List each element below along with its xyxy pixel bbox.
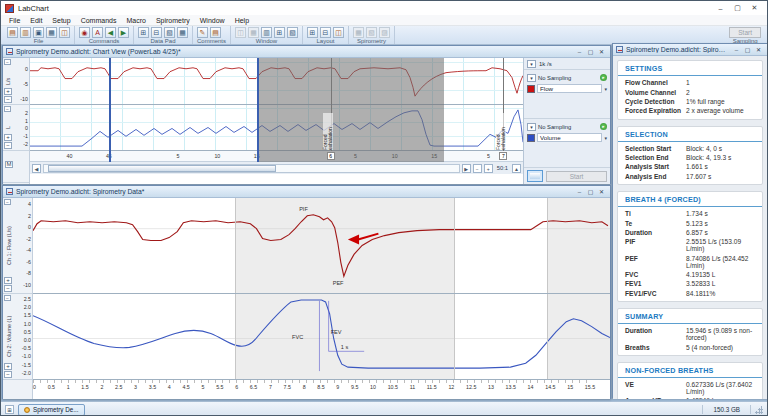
menu-item[interactable]: Window <box>195 17 230 24</box>
menu-item[interactable]: File <box>4 17 25 24</box>
spirometry-time-axis[interactable]: 00.511.522.533.544.555.566.577.588.599.5… <box>33 380 610 395</box>
datapad-view-icon[interactable]: ⊞ <box>138 27 149 38</box>
menu-item[interactable]: Edit <box>25 17 47 24</box>
zoom-out-button[interactable]: − <box>4 285 12 292</box>
channel-on-icon[interactable]: ▸ <box>600 123 607 130</box>
zoom-out-button[interactable]: − <box>4 96 12 103</box>
compress-time-icon[interactable]: − <box>473 164 482 173</box>
zoom-in-button[interactable]: + <box>4 134 12 141</box>
datapad-graph-icon[interactable]: ▦ <box>177 27 188 38</box>
channel-menu-icon[interactable]: ▾ <box>604 135 607 141</box>
layout-stack-icon[interactable]: ⊟ <box>320 27 331 38</box>
document-tab[interactable]: Spirometry De... <box>18 404 85 416</box>
fvc-label: FVC <box>292 335 303 341</box>
spirometry-volume-plot[interactable]: FVC FEV 1 s <box>33 294 610 380</box>
zoom-in-button[interactable]: + <box>4 363 12 370</box>
chart-view-maximize-button[interactable]: ▢ <box>585 47 596 56</box>
menu-item[interactable]: Help <box>230 17 254 24</box>
chart-view-minimize-button[interactable]: – <box>574 47 585 56</box>
zoom-in-button[interactable]: + <box>4 277 12 284</box>
selection-start-icon[interactable]: ◀ <box>105 27 116 38</box>
start-sampling-button[interactable]: Start <box>546 171 607 182</box>
scroll-right-icon[interactable]: ▶ <box>462 164 471 173</box>
app-maximize-button[interactable]: ▢ <box>729 2 746 14</box>
channel-on-icon[interactable]: ▸ <box>600 74 607 81</box>
flow-channel-name[interactable]: Flow <box>537 84 602 93</box>
spirometry-flow-plot[interactable]: PIF PEF <box>33 198 610 294</box>
comment-number-badge[interactable]: 6 <box>327 152 335 160</box>
scrollbar-thumb[interactable] <box>48 165 276 172</box>
window-copy-icon[interactable]: ▧ <box>287 27 298 38</box>
status-document-icon[interactable]: ⊞ <box>5 405 14 414</box>
window-chart-icon[interactable]: ⊞ <box>274 27 285 38</box>
breath-boundary-line <box>235 198 236 293</box>
range-dropdown-icon[interactable]: ▾ <box>527 123 536 131</box>
spirometry-data-icon[interactable]: ▨ <box>379 27 390 38</box>
sample-rate-label[interactable]: 1k /s <box>539 61 552 67</box>
export-icon[interactable]: ◫ <box>59 27 70 38</box>
spirometry-data-maximize-button[interactable]: ▢ <box>585 187 596 196</box>
report-maximize-button[interactable]: ▢ <box>742 45 753 54</box>
zoom-out-button[interactable]: − <box>4 142 12 149</box>
spirometry-plot-area[interactable]: PIF PEF <box>33 198 610 399</box>
report-row-label: FEV1/FVC <box>625 290 686 297</box>
spirometry-data-titlebar[interactable]: Spirometry Demo.adicht: Spirometry Data*… <box>3 186 610 198</box>
app-close-button[interactable]: ✕ <box>746 2 763 14</box>
range-dropdown-icon[interactable]: ▾ <box>527 74 536 82</box>
selection-overlay[interactable] <box>257 58 444 162</box>
spirometry-settings-icon[interactable]: ▦ <box>353 27 364 38</box>
selection-end-icon[interactable]: ▶ <box>118 27 129 38</box>
chart-view-close-button[interactable]: ✕ <box>596 47 607 56</box>
expand-time-icon[interactable]: + <box>484 164 493 173</box>
window-cascade-icon[interactable]: ▦ <box>248 27 259 38</box>
marker-button[interactable]: M <box>5 161 13 168</box>
layout-new-icon[interactable]: ◫ <box>333 27 344 38</box>
new-file-icon[interactable]: ▤ <box>7 27 18 38</box>
chart-view-titlebar[interactable]: Spirometry Demo.adicht: Chart View (Powe… <box>3 46 610 58</box>
report-minimize-button[interactable]: – <box>731 45 742 54</box>
spirometry-data-close-button[interactable]: ✕ <box>596 187 607 196</box>
volume-channel-name[interactable]: Volume <box>537 133 602 142</box>
spirometry-report-icon[interactable]: ▧ <box>366 27 377 38</box>
rate-dropdown-icon[interactable]: ▾ <box>527 60 536 68</box>
flow-color-swatch[interactable] <box>527 85 535 93</box>
scroll-left-icon[interactable]: ◀ <box>32 164 41 173</box>
window-tile-icon[interactable]: ◫ <box>235 27 246 38</box>
spirometry-data-minimize-button[interactable]: – <box>574 187 585 196</box>
chart-view-plot-area[interactable]: Forced exhalation Forced exhalation 4045… <box>30 58 523 184</box>
app-minimize-button[interactable]: – <box>712 2 729 14</box>
zoom-out-button[interactable]: − <box>4 371 12 378</box>
find-icon[interactable]: ◉ <box>79 27 90 38</box>
x-tick-label: 1 <box>67 384 70 390</box>
comment-list-icon[interactable]: ▤ <box>210 27 221 38</box>
channel-menu-icon[interactable]: ▾ <box>604 86 607 92</box>
report-row: Average VT1.42546 L <box>618 396 762 399</box>
menu-item[interactable]: Macro <box>121 17 150 24</box>
save-icon[interactable]: ▣ <box>33 27 44 38</box>
volume-color-swatch[interactable] <box>527 134 535 142</box>
datapad-add-icon[interactable]: ⊟ <box>151 27 162 38</box>
open-file-icon[interactable]: ▥ <box>20 27 31 38</box>
zoom-in-button[interactable]: + <box>4 88 12 95</box>
toolbar-group-layout: ⊞ ⊟ ◫ Layout <box>303 26 349 44</box>
spirometry-report-titlebar[interactable]: Spirometry Demo.adicht: Spirometry Repor… <box>613 44 767 56</box>
add-comment-icon[interactable]: ✎ <box>197 27 208 38</box>
scope-preview-button[interactable] <box>527 170 543 182</box>
sampling-start-button[interactable]: Start <box>729 27 761 38</box>
report-close-button[interactable]: ✕ <box>753 45 764 54</box>
report-row-label: Forced Expiration <box>625 107 686 114</box>
resize-grip[interactable] <box>755 406 763 414</box>
compression-ratio[interactable]: 50:1 <box>495 165 510 171</box>
print-icon[interactable]: ▦ <box>46 27 57 38</box>
x-tick-label: 15.5 <box>585 384 595 390</box>
datapad-options-icon[interactable]: ▧ <box>164 27 175 38</box>
scrollbar-track[interactable] <box>43 164 460 173</box>
menu-item[interactable]: Commands <box>76 17 122 24</box>
menu-item[interactable]: Setup <box>47 17 75 24</box>
window-zoom-icon[interactable]: ▥ <box>261 27 272 38</box>
layout-tile-icon[interactable]: ⊞ <box>307 27 318 38</box>
comment-number-badge[interactable]: 7 <box>499 152 507 160</box>
scroll-to-end-icon[interactable]: ▲ <box>512 164 521 173</box>
font-icon[interactable]: A <box>92 27 103 38</box>
menu-item[interactable]: Spirometry <box>151 17 195 24</box>
